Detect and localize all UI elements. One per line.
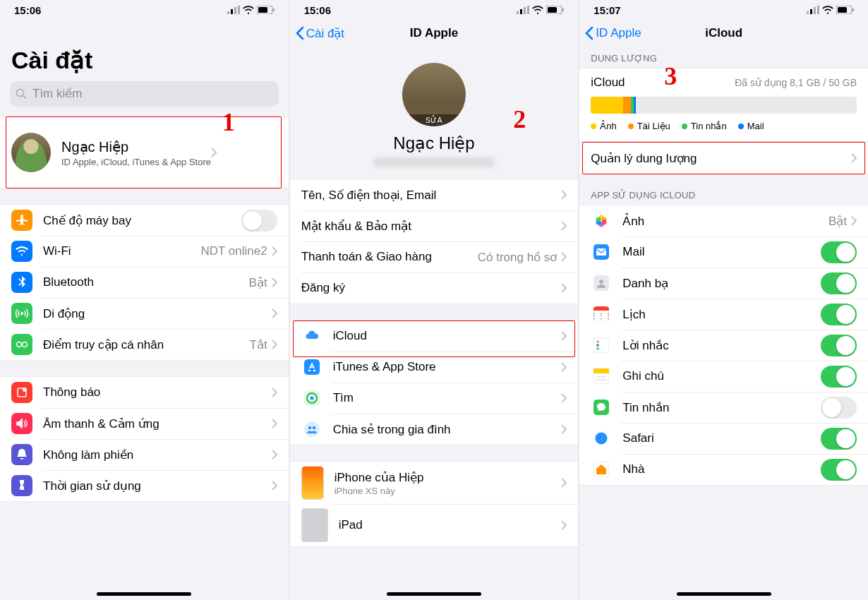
chevron-right-icon (272, 246, 277, 256)
row-te-n-so-ie-n-thoa-i-email[interactable]: Tên, Số điện thoại, Email (290, 179, 579, 210)
toggle[interactable] (821, 397, 857, 419)
svg-text:⋮⋮⋮: ⋮⋮⋮ (593, 312, 609, 320)
row-bluetooth[interactable]: BluetoothBật (0, 267, 289, 298)
row-label: Chia sẻ trong gia đình (333, 422, 562, 437)
legend-item: Tài Liệu (628, 121, 670, 131)
chevron-right-icon (272, 450, 277, 460)
svg-rect-0 (227, 11, 229, 14)
row-label: Nhà (622, 462, 821, 476)
manage-storage-row[interactable]: Quản lý dung lượng (579, 143, 868, 174)
svg-point-26 (308, 426, 311, 430)
row-ma-t-kha-u-ba-o-ma-t[interactable]: Mật khẩu & Bảo mật (290, 210, 579, 241)
device-row[interactable]: iPhone của HiệpiPhone XS này (290, 462, 579, 504)
storage-box: 3 iCloud Đã sử dụng 8,1 GB / 50 GB ẢnhTà… (579, 68, 868, 142)
row-mail[interactable]: Mail (579, 236, 868, 268)
toggle[interactable] (821, 304, 857, 325)
reminders-icon (591, 335, 612, 356)
toggle[interactable] (821, 459, 857, 481)
chevron-right-icon (272, 340, 277, 349)
apple-id-row[interactable]: Ngạc Hiệp ID Apple, iCloud, iTunes & App… (0, 117, 289, 188)
row-thanh-toa-n-giao-ha-ng[interactable]: Thanh toán & Giao hàngCó trong hồ sơ (290, 241, 579, 272)
status-bar: 15:06 (290, 0, 579, 18)
page-title: Cài đặt (11, 46, 289, 74)
chevron-right-icon (561, 190, 567, 200)
svg-point-13 (23, 388, 27, 392)
svg-rect-1 (231, 9, 233, 14)
dnd-icon (11, 444, 32, 465)
row-tho-i-gian-su-du-ng[interactable]: Thời gian sử dụng (0, 470, 289, 501)
row-ti-m[interactable]: Tìm (290, 383, 579, 414)
row-kho-ng-la-m-phie-n[interactable]: Không làm phiền (0, 439, 289, 470)
row-detail: Bật (828, 214, 847, 229)
chevron-right-icon (272, 308, 277, 318)
avatar-edit[interactable] (402, 63, 466, 126)
search-field[interactable] (10, 81, 279, 107)
row-safari[interactable]: Safari (579, 423, 868, 454)
notif-icon (11, 382, 32, 403)
row-detail: Bật (249, 275, 267, 290)
row-tho-ng-ba-o[interactable]: Thông báo (0, 377, 289, 408)
toggle[interactable] (821, 335, 857, 356)
screentime-icon (11, 475, 32, 496)
chevron-right-icon (561, 331, 567, 341)
row-ghi-chu[interactable]: Ghi chú (579, 361, 868, 392)
toggle[interactable] (821, 428, 857, 450)
mail-icon (591, 241, 612, 263)
toggle[interactable] (821, 366, 857, 388)
storage-bar (591, 97, 857, 114)
row-wi-fi[interactable]: Wi-FiNDT online2 (0, 236, 289, 267)
photos-icon (591, 210, 612, 232)
svg-point-27 (312, 426, 315, 430)
device-model: iPhone XS này (334, 486, 424, 496)
row-icloud[interactable]: iCloud (290, 320, 579, 352)
row-a-m-thanh-ca-m-u-ng[interactable]: Âm thanh & Cảm ứng (0, 408, 289, 439)
home-indicator (677, 592, 771, 596)
toggle[interactable] (821, 241, 857, 263)
toggle[interactable] (821, 272, 857, 294)
svg-rect-31 (817, 6, 819, 14)
chevron-right-icon (851, 153, 857, 163)
device-name: iPad (339, 518, 363, 532)
toggle[interactable] (241, 210, 277, 232)
legend-dot (738, 124, 744, 129)
row-label: Thông báo (43, 385, 272, 400)
row-chia-se-trong-gia-i-nh[interactable]: Chia sẻ trong gia đình (290, 414, 579, 445)
home-indicator (97, 592, 191, 596)
row-label: Mail (622, 245, 821, 259)
chevron-right-icon (272, 481, 277, 491)
row-nha[interactable]: Nhà (579, 454, 868, 485)
row-li-ch[interactable]: ⋮⋮⋮Lịch (579, 299, 868, 330)
status-bar: 15:07 (579, 0, 868, 18)
storage-title: iCloud (591, 76, 625, 90)
icloud-pane: 15:07 ID Apple iCloud DUNG LƯỢNG 3 iClou… (579, 0, 868, 600)
row-itunes-app-store[interactable]: iTunes & App Store (290, 352, 579, 383)
row-a-ng-ky[interactable]: Đăng ký (290, 272, 579, 304)
row-label: Tin nhắn (622, 400, 821, 415)
row-che-o-ma-y-bay[interactable]: Chế độ máy bay (0, 205, 289, 236)
home-icon (591, 459, 612, 480)
search-icon (16, 88, 27, 100)
row-danh-ba[interactable]: Danh bạ (579, 268, 868, 299)
signal-icon (227, 4, 240, 16)
row-label: Thanh toán & Giao hàng (301, 250, 478, 264)
search-input[interactable] (31, 86, 273, 102)
row-label: iCloud (333, 329, 562, 343)
row-a-nh[interactable]: ẢnhBật (579, 205, 868, 236)
chevron-right-icon (272, 277, 277, 287)
findmy-icon (301, 388, 323, 409)
appstore-icon (301, 356, 323, 378)
row-tin-nha-n[interactable]: Tin nhắn (579, 392, 868, 423)
svg-point-40 (596, 217, 601, 222)
chevron-right-icon (561, 424, 567, 434)
row-di-o-ng[interactable]: Di động (0, 298, 289, 329)
row-lo-i-nha-c[interactable]: Lời nhắc (579, 330, 868, 361)
svg-rect-55 (593, 372, 609, 373)
device-row[interactable]: iPad (290, 504, 579, 546)
svg-line-8 (23, 96, 26, 99)
battery-icon (836, 4, 854, 16)
svg-rect-25 (304, 421, 320, 437)
chevron-right-icon (561, 221, 567, 231)
row-ie-m-truy-ca-p-ca-nha-n[interactable]: Điểm truy cập cá nhânTắt (0, 329, 289, 360)
svg-rect-30 (814, 7, 816, 14)
battery-icon (546, 4, 564, 16)
